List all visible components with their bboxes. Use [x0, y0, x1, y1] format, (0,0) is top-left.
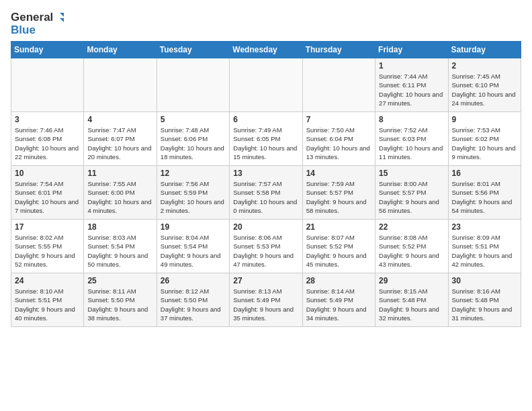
day-number: 2: [452, 61, 517, 71]
day-number: 26: [161, 276, 226, 285]
week-row-5: 24Sunrise: 8:10 AM Sunset: 5:51 PM Dayli…: [11, 273, 521, 327]
day-cell: 17Sunrise: 8:02 AM Sunset: 5:55 PM Dayli…: [11, 220, 84, 273]
day-cell: 19Sunrise: 8:04 AM Sunset: 5:54 PM Dayli…: [157, 220, 229, 273]
week-row-3: 10Sunrise: 7:54 AM Sunset: 6:01 PM Dayli…: [11, 166, 521, 220]
day-number: 25: [87, 276, 152, 285]
day-number: 4: [87, 115, 152, 124]
day-info: Sunrise: 7:57 AM Sunset: 5:58 PM Dayligh…: [233, 179, 298, 215]
header-monday: Monday: [84, 42, 157, 58]
svg-marker-0: [60, 13, 64, 17]
day-info: Sunrise: 8:15 AM Sunset: 5:48 PM Dayligh…: [379, 287, 444, 322]
day-number: 1: [379, 61, 444, 71]
day-number: 18: [87, 222, 152, 232]
day-number: 27: [233, 276, 298, 285]
day-info: Sunrise: 7:50 AM Sunset: 6:04 PM Dayligh…: [306, 126, 371, 161]
day-info: Sunrise: 8:10 AM Sunset: 5:51 PM Dayligh…: [15, 287, 80, 322]
page-header: General Blue: [11, 11, 521, 36]
day-cell: 26Sunrise: 8:12 AM Sunset: 5:50 PM Dayli…: [157, 273, 229, 327]
day-cell: 21Sunrise: 8:07 AM Sunset: 5:52 PM Dayli…: [302, 220, 375, 273]
day-number: 8: [379, 115, 444, 124]
day-number: 5: [161, 115, 226, 124]
day-cell: 11Sunrise: 7:55 AM Sunset: 6:00 PM Dayli…: [84, 166, 157, 220]
day-number: 21: [306, 222, 371, 232]
logo-arrow: [54, 11, 66, 24]
day-info: Sunrise: 8:00 AM Sunset: 5:57 PM Dayligh…: [379, 179, 444, 215]
day-cell: 7Sunrise: 7:50 AM Sunset: 6:04 PM Daylig…: [302, 112, 375, 166]
day-cell: 30Sunrise: 8:16 AM Sunset: 5:48 PM Dayli…: [448, 273, 521, 327]
day-info: Sunrise: 7:52 AM Sunset: 6:03 PM Dayligh…: [379, 126, 444, 161]
day-cell: 3Sunrise: 7:46 AM Sunset: 6:08 PM Daylig…: [11, 112, 84, 166]
day-number: 24: [15, 276, 80, 285]
day-number: 3: [15, 115, 80, 124]
calendar-table: SundayMondayTuesdayWednesdayThursdayFrid…: [11, 41, 521, 327]
day-cell: 27Sunrise: 8:13 AM Sunset: 5:49 PM Dayli…: [230, 273, 302, 327]
day-cell: 8Sunrise: 7:52 AM Sunset: 6:03 PM Daylig…: [375, 112, 448, 166]
day-number: 10: [15, 169, 80, 178]
day-number: 23: [452, 222, 517, 232]
day-cell: 29Sunrise: 8:15 AM Sunset: 5:48 PM Dayli…: [375, 273, 448, 327]
week-row-1: 1Sunrise: 7:44 AM Sunset: 6:11 PM Daylig…: [11, 58, 521, 112]
day-info: Sunrise: 8:12 AM Sunset: 5:50 PM Dayligh…: [161, 287, 226, 322]
day-info: Sunrise: 8:09 AM Sunset: 5:51 PM Dayligh…: [452, 233, 517, 269]
day-cell: [84, 58, 157, 112]
day-number: 16: [452, 169, 517, 178]
day-number: 22: [379, 222, 444, 232]
day-number: 9: [452, 115, 517, 124]
day-cell: 4Sunrise: 7:47 AM Sunset: 6:07 PM Daylig…: [84, 112, 157, 166]
day-number: 28: [306, 276, 371, 285]
day-cell: 16Sunrise: 8:01 AM Sunset: 5:56 PM Dayli…: [448, 166, 521, 220]
day-info: Sunrise: 8:08 AM Sunset: 5:52 PM Dayligh…: [379, 233, 444, 269]
day-number: 20: [233, 222, 298, 232]
day-number: 7: [306, 115, 371, 124]
day-cell: 22Sunrise: 8:08 AM Sunset: 5:52 PM Dayli…: [375, 220, 448, 273]
logo-blue: Blue: [11, 24, 36, 36]
day-cell: 14Sunrise: 7:59 AM Sunset: 5:57 PM Dayli…: [302, 166, 375, 220]
day-info: Sunrise: 8:14 AM Sunset: 5:49 PM Dayligh…: [306, 287, 371, 322]
day-info: Sunrise: 7:56 AM Sunset: 5:59 PM Dayligh…: [161, 179, 226, 215]
day-number: 19: [161, 222, 226, 232]
day-info: Sunrise: 7:44 AM Sunset: 6:11 PM Dayligh…: [379, 72, 444, 107]
logo-general: General: [11, 11, 53, 24]
day-info: Sunrise: 8:16 AM Sunset: 5:48 PM Dayligh…: [452, 287, 517, 322]
day-info: Sunrise: 7:55 AM Sunset: 6:00 PM Dayligh…: [87, 179, 152, 215]
day-info: Sunrise: 8:03 AM Sunset: 5:54 PM Dayligh…: [87, 233, 152, 269]
day-cell: 9Sunrise: 7:53 AM Sunset: 6:02 PM Daylig…: [448, 112, 521, 166]
header-friday: Friday: [375, 42, 448, 58]
svg-marker-1: [60, 18, 64, 22]
logo: General Blue: [11, 11, 66, 36]
day-cell: 13Sunrise: 7:57 AM Sunset: 5:58 PM Dayli…: [230, 166, 302, 220]
day-cell: 25Sunrise: 8:11 AM Sunset: 5:50 PM Dayli…: [84, 273, 157, 327]
day-info: Sunrise: 8:06 AM Sunset: 5:53 PM Dayligh…: [233, 233, 298, 269]
day-cell: [11, 58, 84, 112]
day-info: Sunrise: 8:13 AM Sunset: 5:49 PM Dayligh…: [233, 287, 298, 322]
day-cell: 6Sunrise: 7:49 AM Sunset: 6:05 PM Daylig…: [230, 112, 302, 166]
day-cell: [230, 58, 302, 112]
header-wednesday: Wednesday: [230, 42, 302, 58]
day-info: Sunrise: 8:01 AM Sunset: 5:56 PM Dayligh…: [452, 179, 517, 215]
header-tuesday: Tuesday: [157, 42, 229, 58]
day-info: Sunrise: 7:46 AM Sunset: 6:08 PM Dayligh…: [15, 126, 80, 161]
day-info: Sunrise: 7:59 AM Sunset: 5:57 PM Dayligh…: [306, 179, 371, 215]
day-info: Sunrise: 8:11 AM Sunset: 5:50 PM Dayligh…: [87, 287, 152, 322]
day-cell: 1Sunrise: 7:44 AM Sunset: 6:11 PM Daylig…: [375, 58, 448, 112]
day-info: Sunrise: 7:45 AM Sunset: 6:10 PM Dayligh…: [452, 72, 517, 107]
day-info: Sunrise: 7:54 AM Sunset: 6:01 PM Dayligh…: [15, 179, 80, 215]
day-info: Sunrise: 7:49 AM Sunset: 6:05 PM Dayligh…: [233, 126, 298, 161]
week-row-4: 17Sunrise: 8:02 AM Sunset: 5:55 PM Dayli…: [11, 220, 521, 273]
header-sunday: Sunday: [11, 42, 84, 58]
day-cell: 24Sunrise: 8:10 AM Sunset: 5:51 PM Dayli…: [11, 273, 84, 327]
day-number: 15: [379, 169, 444, 178]
day-number: 29: [379, 276, 444, 285]
day-cell: 10Sunrise: 7:54 AM Sunset: 6:01 PM Dayli…: [11, 166, 84, 220]
day-info: Sunrise: 8:07 AM Sunset: 5:52 PM Dayligh…: [306, 233, 371, 269]
day-cell: [302, 58, 375, 112]
day-cell: 5Sunrise: 7:48 AM Sunset: 6:06 PM Daylig…: [157, 112, 229, 166]
day-cell: 23Sunrise: 8:09 AM Sunset: 5:51 PM Dayli…: [448, 220, 521, 273]
day-number: 6: [233, 115, 298, 124]
day-number: 11: [87, 169, 152, 178]
day-info: Sunrise: 8:04 AM Sunset: 5:54 PM Dayligh…: [161, 233, 226, 269]
day-cell: 15Sunrise: 8:00 AM Sunset: 5:57 PM Dayli…: [375, 166, 448, 220]
day-info: Sunrise: 7:48 AM Sunset: 6:06 PM Dayligh…: [161, 126, 226, 161]
day-info: Sunrise: 8:02 AM Sunset: 5:55 PM Dayligh…: [15, 233, 80, 269]
day-cell: 28Sunrise: 8:14 AM Sunset: 5:49 PM Dayli…: [302, 273, 375, 327]
